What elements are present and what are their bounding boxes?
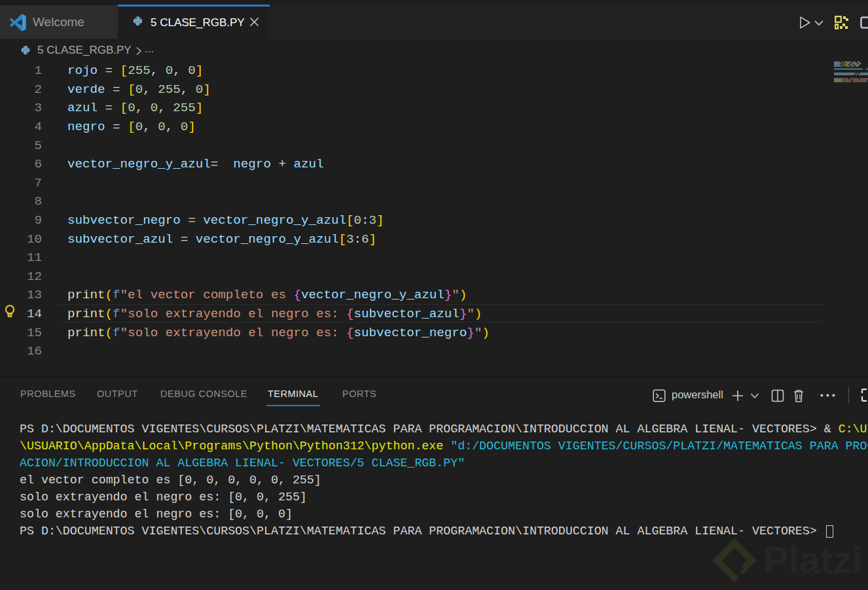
svg-text:Platzi: Platzi xyxy=(763,538,863,581)
